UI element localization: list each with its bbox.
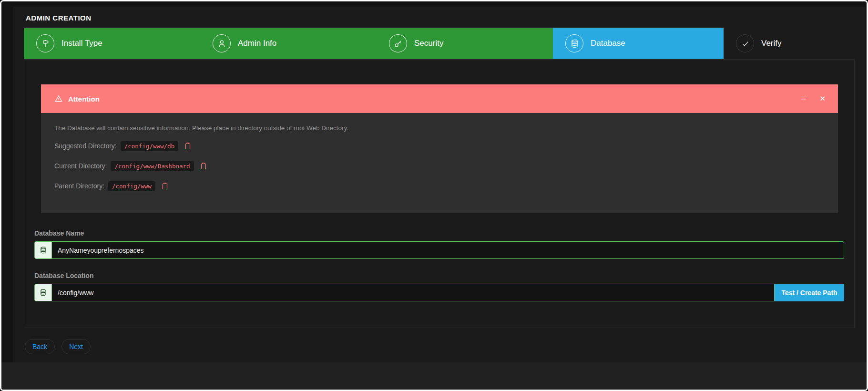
step-label: Security xyxy=(414,39,443,48)
directory-path-chip: /config/www/Dashboard xyxy=(111,161,194,171)
attention-alert: Attention – ✕ The Database will contain … xyxy=(41,84,838,213)
directory-path-chip: /config/www/db xyxy=(121,141,178,151)
database-location-input[interactable] xyxy=(52,284,775,301)
database-icon xyxy=(565,34,583,52)
alert-header: Attention – ✕ xyxy=(41,84,838,113)
check-icon xyxy=(736,34,754,52)
alert-body: The Database will contain sensitive info… xyxy=(41,113,838,213)
step-label: Database xyxy=(591,39,625,48)
wizard-steps: Install Type Admin Info Security xyxy=(24,28,855,59)
database-icon xyxy=(34,284,52,301)
warning-icon xyxy=(54,94,63,103)
close-icon[interactable]: ✕ xyxy=(819,94,826,103)
admin-creation-card: ADMIN CREATION Install Type Admin Info xyxy=(13,7,865,362)
wizard-actions: Back Next xyxy=(24,339,855,354)
signpost-icon xyxy=(36,34,54,52)
database-location-field: Database Location Test / Create Path xyxy=(34,272,844,301)
copy-icon[interactable] xyxy=(161,182,169,191)
directory-label: Parent Directory: xyxy=(54,182,104,190)
step-admin-info[interactable]: Admin Info xyxy=(200,28,377,59)
database-icon xyxy=(34,241,52,259)
directory-row: Parent Directory: /config/www xyxy=(54,180,825,192)
footer-band xyxy=(1,362,867,390)
directory-label: Suggested Directory: xyxy=(54,142,117,150)
alert-title: Attention xyxy=(68,95,100,103)
directory-label: Current Directory: xyxy=(54,162,107,170)
back-button[interactable]: Back xyxy=(25,339,55,354)
step-security[interactable]: Security xyxy=(377,28,553,59)
copy-icon[interactable] xyxy=(199,162,208,171)
database-name-input[interactable] xyxy=(52,241,844,259)
user-icon xyxy=(213,34,231,52)
step-verify[interactable]: Verify xyxy=(724,28,855,59)
field-label: Database Location xyxy=(34,272,844,279)
step-database[interactable]: Database xyxy=(553,28,724,59)
key-icon xyxy=(389,34,407,52)
directory-row: Suggested Directory: /config/www/db xyxy=(54,140,825,152)
step-label: Install Type xyxy=(61,39,102,48)
field-label: Database Name xyxy=(34,229,844,237)
step-label: Verify xyxy=(761,39,782,48)
tab-content-pane: Attention – ✕ The Database will contain … xyxy=(24,59,855,328)
step-install-type[interactable]: Install Type xyxy=(24,28,200,59)
directory-path-chip: /config/www xyxy=(108,181,155,191)
database-name-field: Database Name xyxy=(34,229,844,259)
copy-icon[interactable] xyxy=(184,142,192,151)
step-label: Admin Info xyxy=(238,39,276,48)
test-create-path-button[interactable]: Test / Create Path xyxy=(775,284,844,301)
next-button[interactable]: Next xyxy=(61,339,91,354)
directory-row: Current Directory: /config/www/Dashboard xyxy=(54,160,825,172)
minimize-icon[interactable]: – xyxy=(801,94,806,103)
alert-message: The Database will contain sensitive info… xyxy=(54,124,825,132)
app-window: ADMIN CREATION Install Type Admin Info xyxy=(0,0,868,391)
page-title: ADMIN CREATION xyxy=(26,14,855,22)
